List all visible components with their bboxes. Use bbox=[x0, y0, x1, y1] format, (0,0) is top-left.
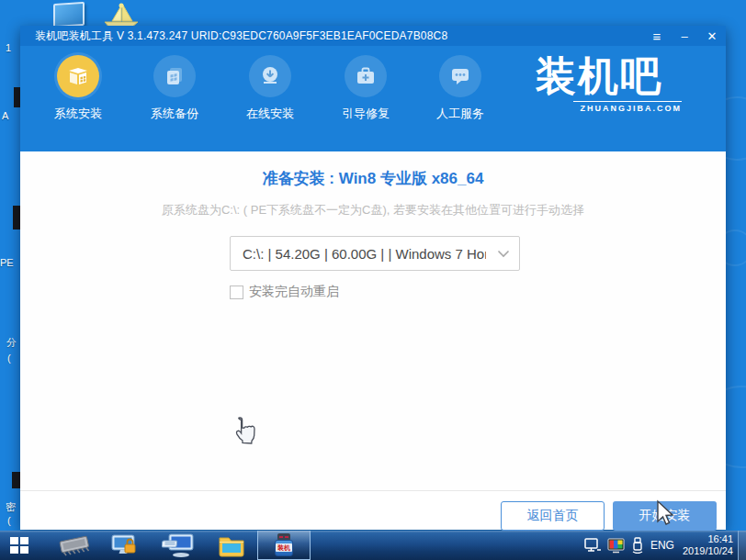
show-desktop-button[interactable] bbox=[738, 531, 746, 560]
auto-restart-option[interactable]: 安装完自动重启 bbox=[230, 284, 339, 300]
taskbar-memory-chip-icon[interactable] bbox=[55, 533, 94, 557]
nav-bar: 系统安装 系统备份 在线安装 bbox=[20, 46, 726, 151]
taskbar-folder-icon[interactable] bbox=[217, 533, 246, 558]
usb-drive-icon: 装机吧 bbox=[272, 533, 296, 557]
nav-item-system-install[interactable]: 系统安装 bbox=[36, 55, 120, 122]
desktop-icon-fragment bbox=[14, 87, 20, 107]
nav-label: 系统安装 bbox=[36, 106, 120, 122]
close-icon[interactable]: ✕ bbox=[698, 26, 726, 46]
nav-label: 系统备份 bbox=[132, 106, 217, 122]
package-icon bbox=[57, 55, 99, 97]
nav-label: 人工服务 bbox=[418, 106, 503, 122]
logo-text: 装机吧 bbox=[516, 53, 682, 101]
auto-restart-label: 安装完自动重启 bbox=[249, 284, 339, 300]
taskbar-app-zhuangjiba[interactable]: 装机吧 bbox=[257, 531, 311, 560]
brand-logo: 装机吧 ZHUANGJIBA.COM bbox=[516, 53, 682, 113]
windows-logo-icon bbox=[10, 537, 28, 554]
auto-restart-checkbox[interactable] bbox=[230, 286, 243, 299]
target-drive-select[interactable]: C:\: | 54.20G | 60.00G | | Windows 7 Hor bbox=[230, 236, 520, 271]
content-area: 准备安装 : Win8 专业版 x86_64 原系统盘为C:\: ( PE下系统… bbox=[20, 151, 726, 490]
tray-usb-eject-icon[interactable] bbox=[631, 537, 644, 554]
installer-window: 装机吧装机工具 V 3.1.473.247 URID:C93EDC760A9F5… bbox=[20, 26, 726, 530]
nav-item-boot-repair[interactable]: 引导修复 bbox=[323, 55, 408, 122]
arrow-cursor bbox=[654, 499, 674, 527]
footer-bar: 返回首页 开始安装 bbox=[20, 490, 726, 530]
hand-cursor bbox=[230, 414, 257, 447]
start-button[interactable] bbox=[0, 531, 39, 560]
taskbar-pc-keyboard-icon[interactable] bbox=[162, 533, 197, 558]
tray-network-icon[interactable] bbox=[584, 538, 601, 553]
nav-item-customer-service[interactable]: 人工服务 bbox=[418, 55, 503, 122]
taskbar-clock[interactable]: 16:41 2019/10/24 bbox=[683, 533, 733, 557]
desktop-label-fragment: A bbox=[2, 110, 22, 121]
drive-select-value: C:\: | 54.20G | 60.00G | | Windows 7 Hor bbox=[231, 246, 486, 262]
logo-domain: ZHUANGJIBA.COM bbox=[573, 101, 682, 113]
backup-pages-icon bbox=[153, 55, 196, 97]
system-tray: ENG 16:41 2019/10/24 bbox=[584, 531, 733, 560]
nav-label: 在线安装 bbox=[228, 106, 312, 122]
chevron-down-icon bbox=[497, 250, 510, 258]
menu-icon[interactable]: ≡ bbox=[643, 26, 671, 46]
titlebar[interactable]: 装机吧装机工具 V 3.1.473.247 URID:C93EDC760A9F5… bbox=[20, 26, 726, 46]
back-home-button[interactable]: 返回首页 bbox=[501, 501, 605, 531]
taskbar-pc-lock-icon[interactable] bbox=[108, 533, 140, 558]
desktop-label-fragment: PE bbox=[0, 257, 20, 268]
window-title: 装机吧装机工具 V 3.1.473.247 URID:C93EDC760A9F5… bbox=[20, 28, 447, 44]
download-icon bbox=[249, 55, 291, 97]
tray-display-color-icon[interactable] bbox=[607, 538, 625, 554]
page-title: 准备安装 : Win8 专业版 x86_64 bbox=[20, 168, 726, 189]
desktop-icon-fragment bbox=[13, 206, 20, 230]
nav-item-online-install[interactable]: 在线安装 bbox=[228, 55, 312, 122]
usb-drive-label: 装机吧 bbox=[276, 543, 292, 552]
page-subtitle: 原系统盘为C:\: ( PE下系统盘不一定为C盘), 若要安装在其他位置可进行手… bbox=[20, 202, 726, 218]
toolbox-plus-icon bbox=[345, 55, 387, 97]
language-indicator[interactable]: ENG bbox=[650, 539, 674, 552]
nav-label: 引导修复 bbox=[323, 106, 408, 122]
clock-time: 16:41 bbox=[683, 533, 733, 545]
chat-bubble-icon bbox=[439, 55, 481, 97]
desktop-icon-fragment bbox=[12, 472, 20, 488]
clock-date: 2019/10/24 bbox=[683, 545, 733, 557]
nav-item-system-backup[interactable]: 系统备份 bbox=[132, 55, 217, 122]
taskbar: 装机吧 ENG 16:41 2019/10/24 bbox=[0, 531, 746, 560]
desktop-computer-icon[interactable] bbox=[53, 2, 85, 28]
minimize-icon[interactable]: – bbox=[671, 26, 698, 46]
